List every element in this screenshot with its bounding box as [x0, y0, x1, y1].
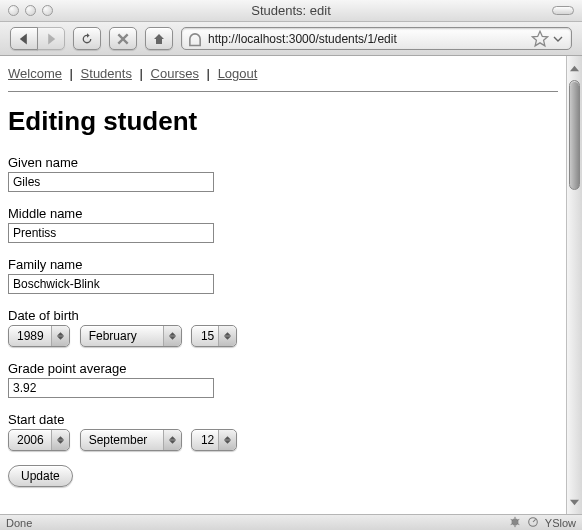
nav-link-logout[interactable]: Logout — [218, 66, 258, 81]
select-stepper-icon — [163, 326, 181, 346]
page-heading: Editing student — [8, 106, 558, 137]
dob-day-select[interactable]: 15 — [191, 325, 237, 347]
given-name-label: Given name — [8, 155, 558, 170]
date-of-birth-field: Date of birth 1989 February 15 — [8, 308, 558, 347]
select-stepper-icon — [218, 326, 236, 346]
page-identity-icon — [186, 30, 204, 48]
start-day-value: 12 — [200, 433, 218, 447]
toolbar-toggle-button[interactable] — [552, 6, 574, 15]
dob-month-select[interactable]: February — [80, 325, 182, 347]
address-bar[interactable] — [181, 27, 572, 50]
nav-link-courses[interactable]: Courses — [151, 66, 199, 81]
window-title: Students: edit — [0, 3, 582, 18]
update-button[interactable]: Update — [8, 465, 73, 487]
vertical-scrollbar[interactable] — [566, 56, 582, 514]
stop-button[interactable] — [109, 27, 137, 50]
firebug-icon[interactable] — [509, 516, 521, 530]
home-icon — [152, 32, 166, 46]
status-text: Done — [6, 517, 32, 529]
middle-name-field: Middle name — [8, 206, 558, 243]
select-stepper-icon — [163, 430, 181, 450]
forward-arrow-icon — [44, 32, 58, 46]
select-stepper-icon — [51, 430, 69, 450]
given-name-field: Given name — [8, 155, 558, 192]
dob-year-select[interactable]: 1989 — [8, 325, 70, 347]
yslow-icon[interactable] — [527, 516, 539, 530]
breadcrumb-nav: Welcome | Students | Courses | Logout — [8, 66, 558, 92]
middle-name-label: Middle name — [8, 206, 558, 221]
back-arrow-icon — [17, 32, 31, 46]
gpa-field: Grade point average — [8, 361, 558, 398]
gpa-label: Grade point average — [8, 361, 558, 376]
start-date-field: Start date 2006 September 12 — [8, 412, 558, 451]
browser-toolbar — [0, 22, 582, 56]
nav-link-welcome[interactable]: Welcome — [8, 66, 62, 81]
family-name-input[interactable] — [8, 274, 214, 294]
nav-separator: | — [140, 66, 143, 81]
start-date-label: Start date — [8, 412, 558, 427]
middle-name-input[interactable] — [8, 223, 214, 243]
dob-day-value: 15 — [200, 329, 218, 343]
start-month-value: September — [89, 433, 163, 447]
nav-separator: | — [70, 66, 73, 81]
url-input[interactable] — [204, 32, 531, 46]
reload-icon — [80, 32, 94, 46]
back-button[interactable] — [10, 27, 38, 50]
scrollbar-thumb[interactable] — [569, 80, 580, 190]
nav-link-students[interactable]: Students — [81, 66, 132, 81]
home-button[interactable] — [145, 27, 173, 50]
select-stepper-icon — [218, 430, 236, 450]
date-of-birth-label: Date of birth — [8, 308, 558, 323]
forward-button[interactable] — [37, 27, 65, 50]
bookmark-star-icon[interactable] — [531, 30, 549, 48]
start-month-select[interactable]: September — [80, 429, 182, 451]
svg-point-0 — [511, 518, 518, 525]
start-year-select[interactable]: 2006 — [8, 429, 70, 451]
scroll-up-arrow-icon[interactable] — [567, 60, 582, 76]
dob-month-value: February — [89, 329, 163, 343]
gpa-input[interactable] — [8, 378, 214, 398]
family-name-field: Family name — [8, 257, 558, 294]
yslow-label[interactable]: YSlow — [545, 517, 576, 529]
stop-icon — [116, 32, 130, 46]
reload-button[interactable] — [73, 27, 101, 50]
start-day-select[interactable]: 12 — [191, 429, 237, 451]
scroll-down-arrow-icon[interactable] — [567, 494, 582, 510]
url-history-dropdown[interactable] — [549, 30, 567, 48]
nav-separator: | — [207, 66, 210, 81]
dob-year-value: 1989 — [17, 329, 51, 343]
family-name-label: Family name — [8, 257, 558, 272]
submit-row: Update — [8, 465, 558, 487]
status-bar: Done YSlow — [0, 514, 582, 530]
window-titlebar: Students: edit — [0, 0, 582, 22]
given-name-input[interactable] — [8, 172, 214, 192]
select-stepper-icon — [51, 326, 69, 346]
page-viewport: Welcome | Students | Courses | Logout Ed… — [0, 56, 566, 514]
start-year-value: 2006 — [17, 433, 51, 447]
